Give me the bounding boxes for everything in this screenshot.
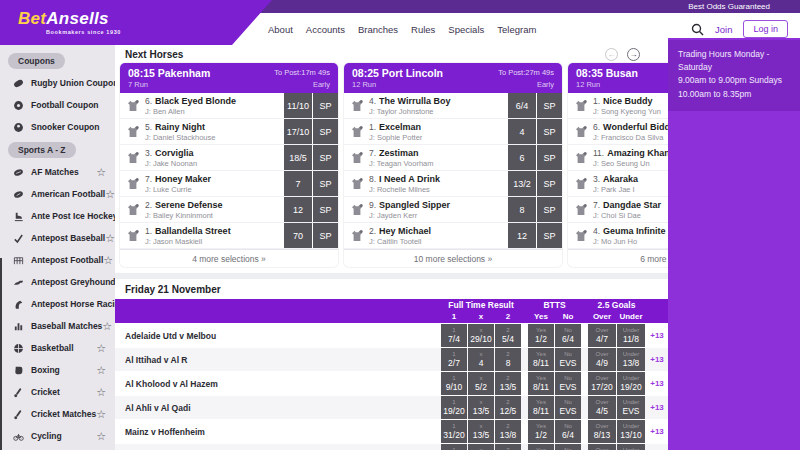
fixture-match-name[interactable]: Glentoran v Dungannon Sw	[115, 444, 440, 450]
fixture-match-name[interactable]: Al Ittihad v Al R	[115, 348, 440, 371]
fixture-odds-button[interactable]: No6/4	[555, 420, 581, 443]
sidebar-item-af-matches[interactable]: AF Matches☆	[0, 161, 115, 183]
favourite-star-icon[interactable]: ☆	[105, 233, 115, 244]
more-markets-count[interactable]: +11	[646, 444, 668, 450]
sidebar-item-boxing[interactable]: Boxing☆	[0, 359, 115, 381]
search-icon[interactable]	[691, 23, 704, 36]
sp-odds-button[interactable]: SP	[536, 93, 562, 118]
fixture-odds-button[interactable]: x13/5	[468, 396, 494, 419]
more-selections-link[interactable]: 4 more selections »	[120, 249, 338, 267]
sidebar-item-american-football[interactable]: American Football☆	[0, 183, 115, 205]
more-markets-count[interactable]: +13	[646, 420, 668, 443]
sidebar-item-cycling[interactable]: Cycling☆	[0, 425, 115, 447]
sidebar-item-snooker-coupon[interactable]: Snooker Coupon	[0, 116, 115, 138]
race-card-header[interactable]: 08:15 Pakenham7 RunTo Post:17m 49sEarly	[120, 63, 338, 93]
fixture-odds-button[interactable]: Yes1/2	[528, 420, 554, 443]
sp-odds-button[interactable]: SP	[536, 197, 562, 222]
price-odds-button[interactable]: 13/2	[508, 171, 536, 196]
price-odds-button[interactable]: 6	[508, 145, 536, 170]
price-odds-button[interactable]: 4	[508, 119, 536, 144]
sp-odds-button[interactable]: SP	[536, 119, 562, 144]
fixture-odds-button[interactable]: 11/2	[441, 444, 467, 450]
fixture-match-name[interactable]: Al Ahli v Al Qadi	[115, 396, 440, 419]
fixture-odds-button[interactable]: No6/4	[555, 324, 581, 347]
more-markets-count[interactable]: +13	[646, 372, 668, 395]
sp-odds-button[interactable]: SP	[312, 171, 338, 196]
fixture-odds-button[interactable]: 12/7	[441, 348, 467, 371]
fixture-odds-button[interactable]: NoEVS	[555, 396, 581, 419]
fixture-match-name[interactable]: Adelaide Utd v Melbou	[115, 324, 440, 347]
price-odds-button[interactable]: 12	[508, 223, 536, 248]
fixture-odds-button[interactable]: UnderEVS	[617, 396, 645, 419]
fixture-odds-button[interactable]: Yes8/11	[528, 372, 554, 395]
fixture-odds-button[interactable]: Under11/8	[617, 324, 645, 347]
nav-link-rules[interactable]: Rules	[411, 24, 435, 35]
favourite-star-icon[interactable]: ☆	[96, 431, 106, 442]
fixture-match-name[interactable]: Al Kholood v Al Hazem	[115, 372, 440, 395]
sidebar-item-rugby-union-coupon[interactable]: Rugby Union Coupon	[0, 72, 115, 94]
price-odds-button[interactable]: 11/10	[284, 93, 312, 118]
sidebar-item-basketball[interactable]: Basketball☆	[0, 337, 115, 359]
fixture-odds-button[interactable]: 28	[495, 348, 521, 371]
sp-odds-button[interactable]: SP	[536, 171, 562, 196]
fixture-odds-button[interactable]: 212/5	[495, 396, 521, 419]
more-selections-link[interactable]: 10 more selections »	[344, 249, 562, 267]
more-markets-count[interactable]: +13	[646, 348, 668, 371]
sidebar-item-cricket[interactable]: Cricket☆	[0, 381, 115, 403]
fixture-odds-button[interactable]: Under19/20	[617, 444, 645, 450]
sidebar-item-antepost-football[interactable]: Antepost Football☆	[0, 249, 115, 271]
fixture-odds-button[interactable]: Under13/10	[617, 420, 645, 443]
sidebar-item-cricket-matches[interactable]: Cricket Matches☆	[0, 403, 115, 425]
nav-link-branches[interactable]: Branches	[358, 24, 398, 35]
sp-odds-button[interactable]: SP	[312, 223, 338, 248]
sidebar-item-antepost-greyhound[interactable]: Antepost Greyhound☆	[0, 271, 115, 293]
fixture-odds-button[interactable]: 119/20	[441, 396, 467, 419]
sp-odds-button[interactable]: SP	[312, 145, 338, 170]
fixture-odds-button[interactable]: 17/4	[441, 324, 467, 347]
fixture-odds-button[interactable]: Over17/20	[588, 444, 616, 450]
favourite-star-icon[interactable]: ☆	[96, 409, 106, 420]
fixture-odds-button[interactable]: 25/4	[495, 324, 521, 347]
favourite-star-icon[interactable]: ☆	[96, 387, 106, 398]
favourite-star-icon[interactable]: ☆	[96, 167, 106, 178]
sidebar-item-baseball-matches[interactable]: Baseball Matches☆	[0, 315, 115, 337]
favourite-star-icon[interactable]: ☆	[96, 365, 106, 376]
price-odds-button[interactable]: 70	[284, 223, 312, 248]
fixture-odds-button[interactable]: Over8/13	[588, 420, 616, 443]
fixture-odds-button[interactable]: 213/8	[495, 420, 521, 443]
fixture-odds-button[interactable]: Under13/8	[617, 348, 645, 371]
sidebar-item-antepost-baseball[interactable]: Antepost Baseball☆	[0, 227, 115, 249]
nav-link-about[interactable]: About	[268, 24, 293, 35]
nav-link-telegram[interactable]: Telegram	[497, 24, 536, 35]
more-markets-count[interactable]: +13	[646, 324, 668, 347]
fixture-odds-button[interactable]: Under19/20	[617, 372, 645, 395]
price-odds-button[interactable]: 12	[284, 197, 312, 222]
sp-odds-button[interactable]: SP	[312, 93, 338, 118]
price-odds-button[interactable]: 17/10	[284, 119, 312, 144]
favourite-star-icon[interactable]: ☆	[105, 189, 115, 200]
next-races-button[interactable]: →	[627, 48, 640, 61]
sp-odds-button[interactable]: SP	[312, 119, 338, 144]
fixture-odds-button[interactable]: Over4/5	[588, 396, 616, 419]
favourite-star-icon[interactable]: ☆	[102, 321, 112, 332]
sp-odds-button[interactable]: SP	[536, 223, 562, 248]
fixture-odds-button[interactable]: Yes8/11	[528, 396, 554, 419]
prev-races-button[interactable]: ←	[605, 48, 618, 61]
fixture-odds-button[interactable]: x27/10	[468, 444, 494, 450]
fixture-odds-button[interactable]: Over4/9	[588, 348, 616, 371]
favourite-star-icon[interactable]: ☆	[96, 343, 106, 354]
fixture-match-name[interactable]: Mainz v Hoffenheim	[115, 420, 440, 443]
fixture-odds-button[interactable]: Yes8/11	[528, 348, 554, 371]
fixture-odds-button[interactable]: 29/2	[495, 444, 521, 450]
sidebar-item-antepost-horse-racing[interactable]: Antepost Horse Racing☆	[0, 293, 115, 315]
sidebar-item-ante-post-ice-hockey[interactable]: Ante Post Ice Hockey☆	[0, 205, 115, 227]
logo[interactable]: BetAnsells Bookmakers since 1930	[0, 0, 272, 45]
fixture-odds-button[interactable]: 19/10	[441, 372, 467, 395]
favourite-star-icon[interactable]: ☆	[103, 255, 113, 266]
fixture-odds-button[interactable]: x29/10	[468, 324, 494, 347]
more-markets-count[interactable]: +13	[646, 396, 668, 419]
price-odds-button[interactable]: 6/4	[508, 93, 536, 118]
fixture-odds-button[interactable]: Over17/20	[588, 372, 616, 395]
sp-odds-button[interactable]: SP	[536, 145, 562, 170]
fixture-odds-button[interactable]: NoEVS	[555, 348, 581, 371]
